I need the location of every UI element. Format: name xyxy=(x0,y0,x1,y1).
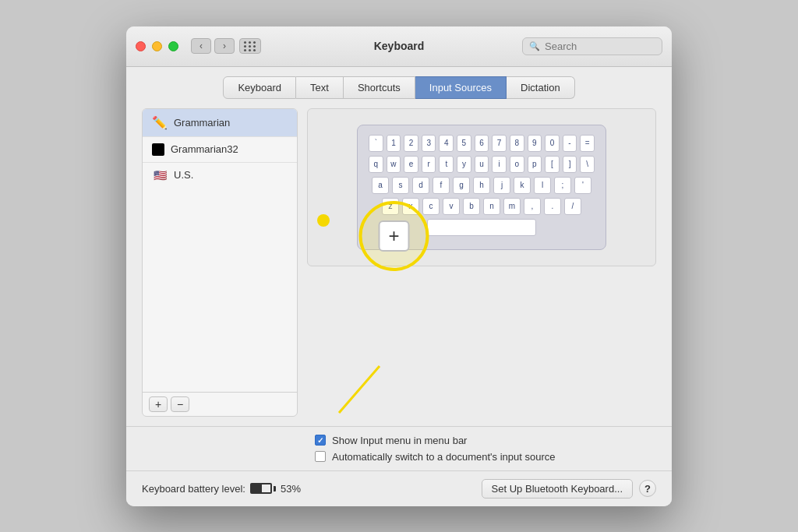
key-minus: - xyxy=(563,135,577,152)
tab-bar: Keyboard Text Shortcuts Input Sources Di… xyxy=(126,67,672,99)
key-rbracket: ] xyxy=(563,156,577,173)
traffic-lights xyxy=(136,41,178,51)
search-box[interactable]: 🔍 xyxy=(522,37,662,55)
search-input[interactable] xyxy=(545,41,655,52)
checkboxes-group: Show Input menu in menu bar Automaticall… xyxy=(298,435,656,463)
battery-percent: 53% xyxy=(281,483,301,495)
key-equals: = xyxy=(580,135,595,152)
sidebar-item-grammarian32[interactable]: Grammarian32 xyxy=(143,137,297,163)
key-g: g xyxy=(453,177,470,194)
auto-switch-row: Automatically switch to a document's inp… xyxy=(315,451,656,463)
grammarian-icon: ✏️ xyxy=(152,115,168,130)
key-q: q xyxy=(369,156,383,173)
help-button[interactable]: ? xyxy=(639,480,656,497)
key-1: 1 xyxy=(387,135,401,152)
main-panel: ` 1 2 3 4 5 6 7 8 9 0 - = xyxy=(307,108,656,417)
nav-buttons: ‹ › xyxy=(191,38,235,54)
setup-bluetooth-button[interactable]: Set Up Bluetooth Keyboard... xyxy=(482,479,633,499)
key-8: 8 xyxy=(510,135,524,152)
key-v: v xyxy=(443,198,460,215)
key-3: 3 xyxy=(422,135,436,152)
show-input-menu-checkbox[interactable] xyxy=(315,435,326,446)
key-backtick: ` xyxy=(369,135,383,152)
show-input-menu-row: Show Input menu in menu bar xyxy=(315,435,656,446)
svg-line-0 xyxy=(339,366,380,413)
key-o: o xyxy=(510,156,524,173)
sidebar-items-list: ✏️ Grammarian Grammarian32 🇺🇸 U.S. xyxy=(143,109,297,392)
key-comma: , xyxy=(524,198,541,215)
key-0: 0 xyxy=(545,135,560,152)
input-sources-sidebar: ✏️ Grammarian Grammarian32 🇺🇸 U.S. + − xyxy=(142,108,298,417)
key-5: 5 xyxy=(457,135,471,152)
key-f: f xyxy=(433,177,450,194)
tab-keyboard[interactable]: Keyboard xyxy=(223,76,296,99)
battery-icon xyxy=(250,483,276,494)
key-h: h xyxy=(473,177,490,194)
search-icon: 🔍 xyxy=(529,41,540,51)
key-y: y xyxy=(457,156,471,173)
sidebar-item-us[interactable]: 🇺🇸 U.S. xyxy=(143,163,297,188)
key-2: 2 xyxy=(404,135,418,152)
key-t: t xyxy=(439,156,454,173)
sidebar-item-label-grammarian: Grammarian xyxy=(174,117,230,129)
battery-fill xyxy=(252,484,262,492)
battery-body xyxy=(250,483,272,494)
sidebar-item-grammarian[interactable]: ✏️ Grammarian xyxy=(143,109,297,137)
window-title: Keyboard xyxy=(374,40,425,52)
key-period: . xyxy=(544,198,561,215)
grammarian32-icon xyxy=(152,143,164,156)
show-input-menu-label: Show Input menu in menu bar xyxy=(332,435,467,446)
key-m: m xyxy=(503,198,521,215)
key-k: k xyxy=(514,177,531,194)
content-area: ✏️ Grammarian Grammarian32 🇺🇸 U.S. + − xyxy=(126,99,672,426)
tab-input-sources[interactable]: Input Sources xyxy=(415,76,507,99)
key-6: 6 xyxy=(475,135,489,152)
tab-shortcuts[interactable]: Shortcuts xyxy=(344,76,415,99)
auto-switch-label: Automatically switch to a document's inp… xyxy=(332,451,555,463)
options-bar: Show Input menu in menu bar Automaticall… xyxy=(126,426,672,470)
key-backslash: \ xyxy=(580,156,595,173)
keyboard-preview-panel: ` 1 2 3 4 5 6 7 8 9 0 - = xyxy=(307,108,656,266)
minimize-button[interactable] xyxy=(152,41,162,51)
tab-text[interactable]: Text xyxy=(296,76,344,99)
battery-section: Keyboard battery level: 53% xyxy=(142,483,301,495)
key-a: a xyxy=(372,177,389,194)
add-button-highlight: + xyxy=(359,201,429,271)
highlight-circle: + xyxy=(359,201,429,271)
add-input-source-button-large[interactable]: + xyxy=(379,220,410,252)
sidebar-bottom-controls: + − xyxy=(143,392,297,416)
yellow-dot xyxy=(317,214,330,227)
key-j: j xyxy=(493,177,510,194)
key-w: w xyxy=(387,156,401,173)
close-button[interactable] xyxy=(136,41,146,51)
battery-label: Keyboard battery level: xyxy=(142,483,245,495)
auto-switch-checkbox[interactable] xyxy=(315,451,326,462)
key-lbracket: [ xyxy=(545,156,560,173)
us-flag-icon: 🇺🇸 xyxy=(152,169,168,181)
title-bar: ‹ › Keyboard 🔍 xyxy=(126,26,672,67)
grid-button[interactable] xyxy=(239,38,261,54)
key-i: i xyxy=(492,156,507,173)
status-buttons: Set Up Bluetooth Keyboard... ? xyxy=(482,479,656,499)
back-button[interactable]: ‹ xyxy=(191,38,211,54)
sidebar-item-label-us: U.S. xyxy=(174,169,193,181)
keyboard-row-1: ` 1 2 3 4 5 6 7 8 9 0 - = xyxy=(369,135,595,152)
key-quote: ' xyxy=(574,177,591,194)
key-slash: / xyxy=(564,198,581,215)
tab-dictation[interactable]: Dictation xyxy=(507,76,575,99)
grid-icon xyxy=(244,41,256,51)
key-n: n xyxy=(483,198,500,215)
keyboard-row-3: a s d f g h j k l ; ' xyxy=(369,177,595,194)
key-7: 7 xyxy=(492,135,507,152)
key-4: 4 xyxy=(439,135,454,152)
remove-source-button[interactable]: − xyxy=(171,396,189,412)
add-source-button[interactable]: + xyxy=(149,396,168,412)
maximize-button[interactable] xyxy=(168,41,178,51)
forward-button[interactable]: › xyxy=(214,38,235,54)
keyboard-preferences-window: ‹ › Keyboard 🔍 Keyboard Text Shortcuts I… xyxy=(126,26,672,506)
key-p: p xyxy=(528,156,542,173)
key-l: l xyxy=(534,177,551,194)
key-r: r xyxy=(422,156,436,173)
sidebar-item-label-grammarian32: Grammarian32 xyxy=(171,143,238,155)
key-semicolon: ; xyxy=(554,177,571,194)
